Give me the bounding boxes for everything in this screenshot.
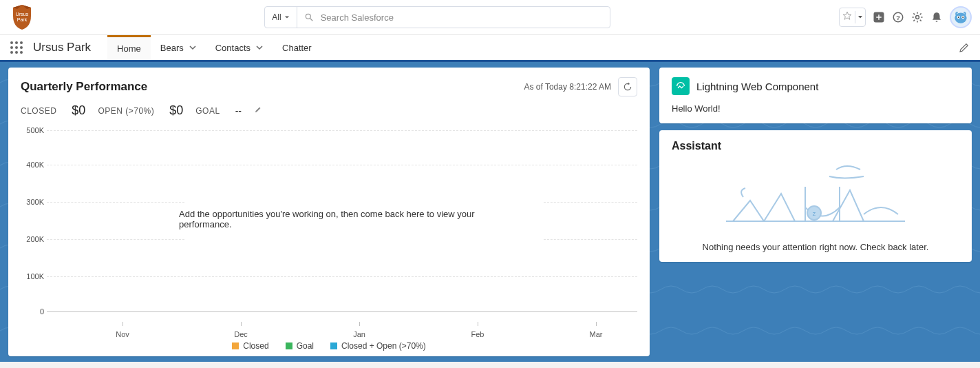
gridline [47,202,184,203]
swatch-icon [330,343,337,349]
favorites-dropdown[interactable] [855,11,865,23]
card-title: Quarterly Performance [21,80,147,94]
help-icon[interactable]: ? [892,11,904,23]
x-tick: Feb [464,330,491,338]
global-header: UrsusPark All ? [0,0,980,34]
pencil-icon [254,105,262,114]
open-value: $0 [169,103,183,118]
refresh-icon [623,82,632,92]
gridline [47,276,637,277]
svg-point-29 [20,51,23,54]
app-launcher-icon[interactable] [10,41,23,54]
lwc-card: Lightning Web Component Hello World! [659,68,972,123]
tab-label: Contacts [215,43,251,53]
svg-point-2 [306,14,310,19]
chart-empty-message: Add the opportunities you're working on,… [179,209,496,229]
closed-label: CLOSED [21,106,56,116]
header-actions: ? [839,6,972,28]
nav-bar: Ursus Park Home Bears Contacts Chatter [0,34,980,62]
app-logo: UrsusPark [8,3,36,31]
y-tick: 0 [21,307,44,316]
legend-item: Closed [232,341,268,351]
svg-point-21 [10,41,13,44]
svg-point-26 [20,46,23,49]
svg-text:Ursus: Ursus [16,12,29,17]
swatch-icon [232,343,239,349]
svg-point-28 [15,51,18,54]
lwc-body: Hello World! [672,103,959,114]
favorites[interactable] [839,8,866,27]
search-scope-label: All [272,12,281,22]
page-content: Quarterly Performance As of Today 8:21:2… [0,62,980,362]
svg-point-27 [10,51,13,54]
axis-tick [359,322,360,326]
svg-line-3 [310,19,312,21]
gridline [47,130,637,131]
app-name: Ursus Park [33,41,91,54]
svg-line-14 [913,20,915,21]
legend-label: Closed [243,341,268,351]
goal-value: -- [235,105,242,116]
tab-bears[interactable]: Bears [151,35,206,60]
bell-icon[interactable] [930,11,943,23]
y-tick: 100K [21,272,44,280]
lwc-title: Lightning Web Component [696,81,818,92]
svg-text:?: ? [896,14,900,21]
gridline [47,239,184,240]
x-tick: Mar [582,330,610,338]
chevron-down-icon[interactable] [256,44,263,51]
refresh-button[interactable] [618,77,637,96]
assistant-illustration: z [672,159,959,235]
chart-legend: Closed Goal Closed + Open (>70%) [21,341,637,351]
star-icon[interactable] [840,11,855,23]
goal-label: GOAL [195,106,220,116]
performance-chart: 500K 400K 300K 200K 100K 0 Nov Dec Ja [21,126,637,347]
legend-item: Goal [286,341,314,351]
stats-row: CLOSED $0 OPEN (>70%) $0 GOAL -- [21,103,637,118]
as-of-text: As of Today 8:21:22 AM [524,82,611,92]
x-tick: Jan [345,330,373,338]
caret-down-icon [284,14,290,20]
svg-text:z: z [813,210,816,217]
gridline [544,239,637,240]
axis-tick [478,322,478,326]
tab-home[interactable]: Home [107,35,151,60]
legend-label: Goal [297,341,314,351]
x-axis [47,311,637,312]
svg-text:Park: Park [17,17,28,22]
y-tick: 200K [21,235,44,243]
svg-point-25 [15,46,18,49]
closed-value: $0 [72,103,85,118]
y-tick: 300K [21,198,44,206]
gridline [544,202,637,203]
swatch-icon [286,343,292,349]
svg-line-15 [920,13,922,14]
gear-icon[interactable] [911,11,924,23]
svg-line-13 [920,20,922,21]
pencil-icon[interactable] [958,41,970,54]
svg-point-23 [20,41,23,44]
gridline [47,165,637,165]
tab-chatter[interactable]: Chatter [273,35,321,60]
y-tick: 400K [21,161,44,169]
axis-tick [241,322,242,326]
legend-item: Closed + Open (>70%) [330,341,426,351]
axis-tick [122,322,123,326]
svg-line-12 [913,13,915,14]
quarterly-performance-card: Quarterly Performance As of Today 8:21:2… [8,68,650,356]
tab-contacts[interactable]: Contacts [206,35,273,60]
search-scope-dropdown[interactable]: All [265,7,297,28]
svg-point-7 [916,16,919,19]
edit-goal-button[interactable] [254,105,262,116]
add-icon[interactable] [873,11,885,23]
avatar[interactable] [950,6,972,28]
svg-point-20 [962,17,963,18]
legend-label: Closed + Open (>70%) [341,341,426,351]
assistant-message: Nothing needs your attention right now. … [672,242,959,252]
open-label: OPEN (>70%) [98,106,154,116]
svg-point-22 [15,41,18,44]
svg-point-19 [958,17,959,18]
search-input[interactable] [321,12,610,23]
chevron-down-icon[interactable] [189,44,196,51]
assistant-title: Assistant [672,140,959,152]
